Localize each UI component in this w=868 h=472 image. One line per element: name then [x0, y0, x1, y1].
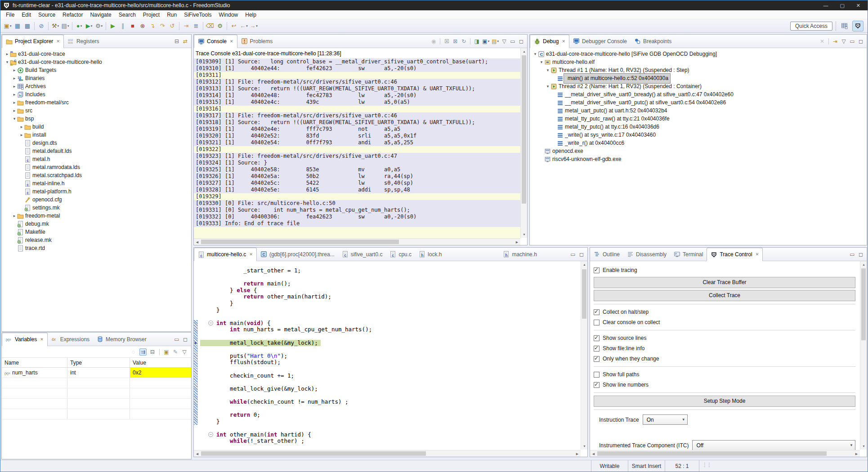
expand-arrow-icon[interactable]: ▸ [12, 76, 17, 80]
project-item-debug-mk[interactable]: debug.mk [3, 220, 191, 228]
fold-collapse-icon[interactable]: − [208, 321, 213, 325]
trace-collect-button[interactable]: ≣ [192, 21, 201, 31]
menu-project[interactable]: Project [139, 11, 163, 19]
project-item-e31-dual-core-trace-multicore-hello[interactable]: ▾Ce31-dual-core-trace-multicore-hello [3, 58, 191, 66]
project-item-metal-default-lds[interactable]: metal.default.lds [3, 147, 191, 155]
variable-row-num-harts[interactable]: (x)= num_hartsint0x2 [2, 368, 191, 378]
horizontal-scrollbar[interactable]: ◀▶ [194, 238, 520, 245]
checked-checkbox-icon[interactable] [594, 335, 600, 341]
project-item-metal-inline-h[interactable]: cmetal-inline.h [3, 179, 191, 187]
remove-launch-icon[interactable]: ☒ [443, 38, 450, 45]
project-item-src[interactable]: ▸src [3, 107, 191, 115]
close-tab-icon[interactable]: ✕ [249, 252, 253, 257]
expand-arrow-icon[interactable]: ▸ [12, 214, 17, 218]
trace-config-button[interactable]: ⚙ [215, 21, 224, 31]
save-all-button[interactable]: ▩ [23, 21, 32, 31]
editor-tab-machine-h[interactable]: hmachine.h [499, 248, 540, 261]
console-tab-problems[interactable]: Problems [237, 35, 277, 48]
debug-button[interactable]: ●▾ [75, 21, 84, 31]
debug-item-metal-uart-putc-at-uart-h-52-0x404032b4[interactable]: metal_uart_putc() at uart.h:52 0x404032b… [531, 107, 867, 115]
column-header-name[interactable]: Name [2, 358, 67, 367]
new-c-project-button[interactable]: ▤▾ [61, 21, 70, 31]
scrollbar-thumb[interactable] [861, 268, 866, 340]
scroll-up-icon[interactable]: ▲ [860, 261, 867, 268]
debug-item-metal-tty-putc-at-tty-c-16-0x404036d6[interactable]: metal_tty_putc() at tty.c:16 0x404036d6 [531, 123, 867, 131]
maximize-icon[interactable]: ◻ [182, 336, 188, 343]
checkbox-row-collect-on-halt-step[interactable]: Collect on halt/step [594, 307, 855, 317]
menu-window[interactable]: Window [215, 11, 242, 19]
debug-item-metal-driver-sifive-uart0-putc-at-sifive[interactable]: __metal_driver_sifive_uart0_putc() at si… [531, 98, 867, 107]
project-item-e31-dual-core-trace[interactable]: ▸e31-dual-core-trace [3, 50, 191, 58]
debug-item-openocd-exe[interactable]: openocd.exe [531, 147, 867, 155]
terminate-icon[interactable]: ◉ [430, 38, 437, 45]
checkbox-row-show-line-numbers[interactable]: Show line numbers [594, 380, 855, 390]
scroll-left-icon[interactable]: ◀ [194, 450, 201, 457]
vertical-scrollbar[interactable]: ▲▼ [860, 261, 867, 450]
step-into-button[interactable]: ↴ [148, 21, 157, 31]
scroll-left-icon[interactable]: ◀ [194, 239, 201, 245]
menu-run[interactable]: Run [163, 11, 180, 19]
clear-console-icon[interactable]: ↻ [461, 38, 467, 45]
menu-refactor[interactable]: Refactor [59, 11, 86, 19]
debug-item-thread-2-2-name-hart-1-rv32-suspended-co[interactable]: ▾Thread #2 2 (Name: Hart 1, RV32) (Suspe… [531, 82, 867, 90]
project-explorer-tab-registers[interactable]: 10100101Registers [64, 35, 103, 48]
code-editor[interactable]: _start_other = 1; return main(); } else … [194, 261, 581, 450]
editor-tab-lock-h[interactable]: hlock.h [415, 248, 445, 261]
scroll-left-icon[interactable]: ◀ [590, 450, 597, 457]
unchecked-checkbox-icon[interactable] [594, 372, 600, 378]
minimize-icon[interactable]: ▭ [849, 38, 855, 45]
scrollbar-thumb[interactable] [582, 269, 586, 319]
minimize-icon[interactable]: ▭ [570, 251, 576, 258]
expand-arrow-icon[interactable]: ▸ [12, 68, 17, 72]
checkbox-row-show-file-line-info[interactable]: Show file:line info [594, 343, 855, 353]
horizontal-scrollbar[interactable]: ◀▶ [590, 450, 860, 457]
debug-item-write-r-at-0x40400cc6[interactable]: _write_r() at 0x40400cc6 [531, 139, 867, 147]
checked-checkbox-icon[interactable] [594, 267, 600, 273]
editor-tab-sifive-uart0-c[interactable]: csifive_uart0.c [338, 248, 386, 261]
checkbox-row-clear-console-on-collect[interactable]: Clear console on collect [594, 317, 855, 327]
collapse-all-icon[interactable]: ⊟ [149, 348, 156, 356]
clear-trace-buffer-button[interactable]: ⌫ [206, 21, 215, 31]
project-item-makefile[interactable]: Makefile [3, 228, 191, 236]
debug-item-riscv64-unknown-elf-gdb-exe[interactable]: riscv64-unknown-elf-gdb.exe [531, 155, 867, 163]
scrollbar-thumb[interactable] [201, 240, 399, 244]
collapse-arrow-icon[interactable]: ▾ [12, 116, 17, 121]
project-item-trace-rtd[interactable]: trace.rtd [3, 244, 191, 252]
project-item-includes[interactable]: ▸hIncludes [3, 90, 191, 98]
show-logical-structure-icon[interactable]: ⇉ [139, 348, 147, 356]
collapse-arrow-icon[interactable]: ▾ [4, 60, 10, 64]
close-tab-icon[interactable]: ✕ [56, 39, 60, 44]
save-button[interactable]: ▦ [13, 21, 22, 31]
project-item-metal-ramrodata-lds[interactable]: metal.ramrodata.lds [3, 163, 191, 171]
menu-source[interactable]: Source [35, 11, 59, 19]
editor-tab-gdb-6-proc-42000-threa[interactable]: C(gdb[6].proc[42000].threa... [257, 248, 338, 261]
debug-item-write-at-sys-write-c-17-0x40403460[interactable]: _write() at sys_write.c:17 0x40403460 [531, 131, 867, 139]
scroll-up-icon[interactable]: ▲ [581, 261, 587, 268]
vertical-scrollbar[interactable]: ▲▼ [581, 261, 587, 450]
project-item-build[interactable]: ▸build [3, 123, 191, 131]
close-window-button[interactable]: ✕ [856, 3, 860, 9]
forward-button[interactable]: →▾ [249, 21, 258, 31]
horizontal-scrollbar[interactable]: ◀▶ [194, 450, 581, 457]
collect-trace-button[interactable]: Collect Trace [594, 290, 855, 301]
view-menu-icon[interactable]: ▽ [181, 348, 188, 356]
scroll-down-icon[interactable]: ▼ [860, 443, 867, 450]
minimize-icon[interactable]: ▭ [849, 251, 855, 258]
project-item-freedom-metal-src[interactable]: ▸freedom-metal/src [3, 98, 191, 107]
project-item-freedom-metal[interactable]: ▸freedom-metal [3, 212, 191, 220]
scrollbar-thumb[interactable] [522, 55, 526, 204]
project-explorer-tab-project-explorer[interactable]: Project Explorer✕ [2, 35, 64, 48]
minimize-icon[interactable]: ▭ [174, 336, 180, 343]
column-header-type[interactable]: Type [67, 358, 130, 367]
close-tab-icon[interactable]: ✕ [230, 39, 233, 44]
build-all-button[interactable]: ⚒▾ [51, 21, 60, 31]
open-perspective-button[interactable] [839, 21, 850, 31]
scroll-right-icon[interactable]: ▶ [514, 239, 520, 245]
freedomstudio-perspective-button[interactable] [852, 21, 864, 31]
trace-control-tab-disassembly[interactable]: Disassembly [623, 248, 670, 261]
view-menu-icon[interactable]: ▽ [501, 38, 507, 45]
view-menu-icon[interactable]: ▽ [841, 38, 847, 45]
debug-item-metal-driver-sifive-uart0-txready-at-sif[interactable]: __metal_driver_sifive_uart0_txready() at… [531, 90, 867, 98]
back-button[interactable]: ←▾ [239, 21, 248, 31]
close-tab-icon[interactable]: ✕ [40, 337, 44, 342]
